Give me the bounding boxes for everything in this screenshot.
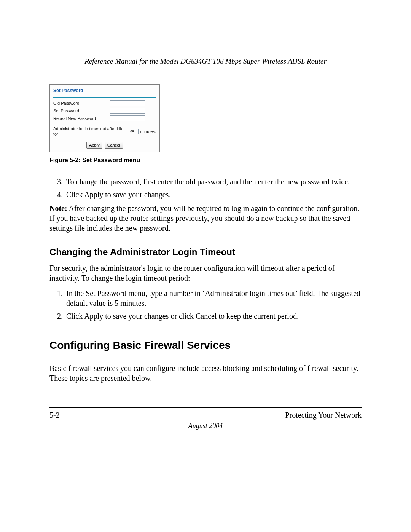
footer-date: August 2004 <box>0 422 411 430</box>
figure-idle-row: Administrator login times out after idle… <box>53 126 156 136</box>
figure-set-password: Set Password Old Password Set Password R… <box>49 84 160 152</box>
repeat-password-input[interactable] <box>110 115 145 121</box>
section-rule <box>49 354 362 354</box>
figure-caption: Figure 5-2: Set Password menu <box>49 157 362 164</box>
list-item: Click Apply to save your changes or clic… <box>65 311 362 321</box>
footer-page-number: 5-2 <box>49 411 60 420</box>
footer-chapter: Protecting Your Network <box>285 411 362 420</box>
section-heading-firewall: Configuring Basic Firewall Services <box>49 339 362 352</box>
note-label: Note: <box>49 204 67 212</box>
running-header: Reference Manual for the Model DG834GT 1… <box>49 57 362 69</box>
note-text: After changing the password, you will be… <box>49 204 359 232</box>
page-footer: 5-2 Protecting Your Network <box>49 407 362 420</box>
footer-rule <box>49 407 362 408</box>
ordered-steps-b: In the Set Password menu, type a number … <box>49 288 362 321</box>
idle-minutes-input[interactable]: 95 <box>129 129 139 134</box>
sub-intro: For security, the administrator's login … <box>49 263 362 283</box>
list-item: Click Apply to save your changes. <box>65 190 362 200</box>
old-password-input[interactable] <box>110 100 145 106</box>
old-password-label: Old Password <box>53 101 110 106</box>
list-item: In the Set Password menu, type a number … <box>65 288 362 308</box>
subheading-login-timeout: Changing the Administrator Login Timeout <box>49 246 362 258</box>
figure-panel-title: Set Password <box>53 87 156 98</box>
figure-row-set: Set Password <box>53 108 156 114</box>
repeat-password-label: Repeat New Password <box>53 116 110 121</box>
set-password-input[interactable] <box>110 108 145 114</box>
idle-text-after: minutes. <box>140 129 156 134</box>
apply-button[interactable]: Apply <box>86 142 102 149</box>
list-item: To change the password, first enter the … <box>65 177 362 187</box>
set-password-label: Set Password <box>53 109 110 113</box>
section-intro: Basic firewall services you can configur… <box>49 363 362 383</box>
note-paragraph: Note: After changing the password, you w… <box>49 203 362 233</box>
cancel-button[interactable]: Cancel <box>105 142 123 149</box>
figure-separator <box>53 124 156 124</box>
idle-text-before: Administrator login times out after idle… <box>53 126 127 136</box>
figure-row-repeat: Repeat New Password <box>53 115 156 121</box>
figure-separator-2 <box>53 139 156 139</box>
ordered-steps-a: To change the password, first enter the … <box>49 177 362 200</box>
figure-row-old: Old Password <box>53 100 156 106</box>
